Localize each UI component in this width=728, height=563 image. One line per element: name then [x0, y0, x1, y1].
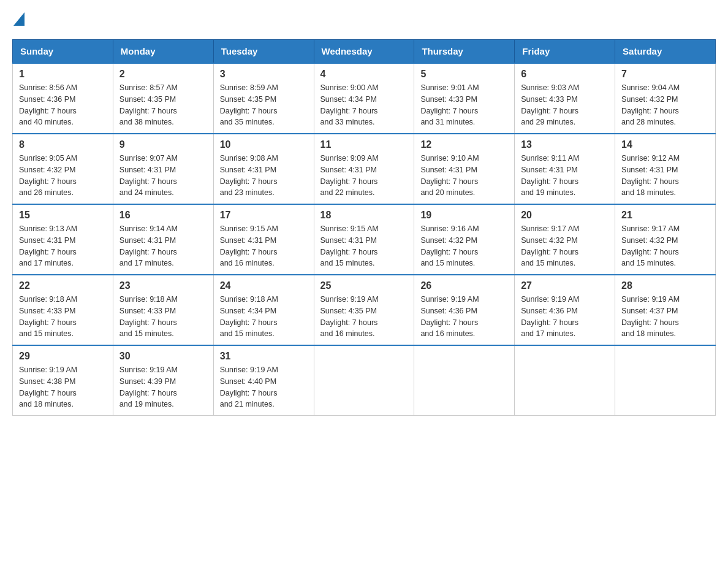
day-number: 8 [19, 139, 107, 150]
day-header-friday: Friday [515, 40, 615, 64]
day-info: Sunrise: 8:56 AM Sunset: 4:36 PM Dayligh… [19, 82, 107, 128]
calendar-day-cell: 11 Sunrise: 9:09 AM Sunset: 4:31 PM Dayl… [314, 134, 414, 204]
calendar-day-cell: 7 Sunrise: 9:04 AM Sunset: 4:32 PM Dayli… [615, 63, 716, 134]
calendar-week-row: 1 Sunrise: 8:56 AM Sunset: 4:36 PM Dayli… [13, 63, 716, 134]
day-number: 9 [119, 139, 207, 150]
calendar-day-cell: 13 Sunrise: 9:11 AM Sunset: 4:31 PM Dayl… [515, 134, 615, 204]
day-number: 23 [119, 280, 207, 291]
day-info: Sunrise: 9:05 AM Sunset: 4:32 PM Dayligh… [19, 153, 107, 199]
calendar-day-cell: 27 Sunrise: 9:19 AM Sunset: 4:36 PM Dayl… [515, 275, 615, 345]
day-info: Sunrise: 9:18 AM Sunset: 4:33 PM Dayligh… [119, 294, 207, 340]
calendar-day-cell: 20 Sunrise: 9:17 AM Sunset: 4:32 PM Dayl… [515, 204, 615, 275]
day-header-thursday: Thursday [414, 40, 515, 64]
day-info: Sunrise: 9:19 AM Sunset: 4:36 PM Dayligh… [420, 294, 508, 340]
day-info: Sunrise: 9:19 AM Sunset: 4:38 PM Dayligh… [19, 364, 107, 410]
day-number: 1 [19, 69, 107, 80]
day-number: 6 [521, 69, 609, 80]
calendar-week-row: 15 Sunrise: 9:13 AM Sunset: 4:31 PM Dayl… [13, 204, 716, 275]
calendar-day-cell [314, 345, 414, 416]
calendar-week-row: 22 Sunrise: 9:18 AM Sunset: 4:33 PM Dayl… [13, 275, 716, 345]
day-info: Sunrise: 9:13 AM Sunset: 4:31 PM Dayligh… [19, 223, 107, 269]
calendar-day-cell [414, 345, 515, 416]
day-number: 27 [521, 280, 609, 291]
calendar-week-row: 29 Sunrise: 9:19 AM Sunset: 4:38 PM Dayl… [13, 345, 716, 416]
day-number: 31 [220, 351, 308, 362]
day-info: Sunrise: 9:17 AM Sunset: 4:32 PM Dayligh… [621, 223, 709, 269]
day-info: Sunrise: 8:59 AM Sunset: 4:35 PM Dayligh… [220, 82, 308, 128]
day-number: 4 [320, 69, 408, 80]
calendar-day-cell: 17 Sunrise: 9:15 AM Sunset: 4:31 PM Dayl… [213, 204, 314, 275]
day-info: Sunrise: 9:08 AM Sunset: 4:31 PM Dayligh… [220, 153, 308, 199]
calendar-day-cell: 3 Sunrise: 8:59 AM Sunset: 4:35 PM Dayli… [213, 63, 314, 134]
calendar-day-cell: 21 Sunrise: 9:17 AM Sunset: 4:32 PM Dayl… [615, 204, 716, 275]
day-header-monday: Monday [113, 40, 213, 64]
calendar-day-cell: 14 Sunrise: 9:12 AM Sunset: 4:31 PM Dayl… [615, 134, 716, 204]
day-number: 24 [220, 280, 308, 291]
day-info: Sunrise: 9:15 AM Sunset: 4:31 PM Dayligh… [320, 223, 408, 269]
calendar-table: SundayMondayTuesdayWednesdayThursdayFrid… [12, 39, 716, 416]
day-info: Sunrise: 9:19 AM Sunset: 4:36 PM Dayligh… [521, 294, 609, 340]
calendar-day-cell: 9 Sunrise: 9:07 AM Sunset: 4:31 PM Dayli… [113, 134, 213, 204]
calendar-day-cell [615, 345, 716, 416]
day-header-sunday: Sunday [13, 40, 113, 64]
calendar-day-cell: 6 Sunrise: 9:03 AM Sunset: 4:33 PM Dayli… [515, 63, 615, 134]
day-info: Sunrise: 9:19 AM Sunset: 4:37 PM Dayligh… [621, 294, 709, 340]
day-number: 13 [521, 139, 609, 150]
calendar-day-cell: 16 Sunrise: 9:14 AM Sunset: 4:31 PM Dayl… [113, 204, 213, 275]
calendar-day-cell: 18 Sunrise: 9:15 AM Sunset: 4:31 PM Dayl… [314, 204, 414, 275]
day-number: 28 [621, 280, 709, 291]
calendar-day-cell: 28 Sunrise: 9:19 AM Sunset: 4:37 PM Dayl… [615, 275, 716, 345]
day-number: 30 [119, 351, 207, 362]
calendar-day-cell: 26 Sunrise: 9:19 AM Sunset: 4:36 PM Dayl… [414, 275, 515, 345]
day-info: Sunrise: 9:18 AM Sunset: 4:33 PM Dayligh… [19, 294, 107, 340]
day-info: Sunrise: 9:01 AM Sunset: 4:33 PM Dayligh… [420, 82, 508, 128]
day-info: Sunrise: 9:19 AM Sunset: 4:40 PM Dayligh… [220, 364, 308, 410]
day-info: Sunrise: 9:16 AM Sunset: 4:32 PM Dayligh… [420, 223, 508, 269]
calendar-day-cell: 23 Sunrise: 9:18 AM Sunset: 4:33 PM Dayl… [113, 275, 213, 345]
day-number: 14 [621, 139, 709, 150]
calendar-day-cell: 30 Sunrise: 9:19 AM Sunset: 4:39 PM Dayl… [113, 345, 213, 416]
day-number: 29 [19, 351, 107, 362]
calendar-day-cell: 5 Sunrise: 9:01 AM Sunset: 4:33 PM Dayli… [414, 63, 515, 134]
day-info: Sunrise: 9:00 AM Sunset: 4:34 PM Dayligh… [320, 82, 408, 128]
day-info: Sunrise: 9:03 AM Sunset: 4:33 PM Dayligh… [521, 82, 609, 128]
calendar-day-cell: 15 Sunrise: 9:13 AM Sunset: 4:31 PM Dayl… [13, 204, 113, 275]
day-info: Sunrise: 9:09 AM Sunset: 4:31 PM Dayligh… [320, 153, 408, 199]
day-info: Sunrise: 8:57 AM Sunset: 4:35 PM Dayligh… [119, 82, 207, 128]
calendar-header-row: SundayMondayTuesdayWednesdayThursdayFrid… [13, 40, 716, 64]
day-number: 18 [320, 210, 408, 221]
day-number: 20 [521, 210, 609, 221]
calendar-day-cell: 1 Sunrise: 8:56 AM Sunset: 4:36 PM Dayli… [13, 63, 113, 134]
day-info: Sunrise: 9:14 AM Sunset: 4:31 PM Dayligh… [119, 223, 207, 269]
day-header-saturday: Saturday [615, 40, 716, 64]
day-number: 21 [621, 210, 709, 221]
day-number: 12 [420, 139, 508, 150]
calendar-day-cell: 29 Sunrise: 9:19 AM Sunset: 4:38 PM Dayl… [13, 345, 113, 416]
day-info: Sunrise: 9:07 AM Sunset: 4:31 PM Dayligh… [119, 153, 207, 199]
calendar-day-cell: 25 Sunrise: 9:19 AM Sunset: 4:35 PM Dayl… [314, 275, 414, 345]
calendar-week-row: 8 Sunrise: 9:05 AM Sunset: 4:32 PM Dayli… [13, 134, 716, 204]
day-number: 2 [119, 69, 207, 80]
day-info: Sunrise: 9:10 AM Sunset: 4:31 PM Dayligh… [420, 153, 508, 199]
day-number: 17 [220, 210, 308, 221]
day-header-wednesday: Wednesday [314, 40, 414, 64]
day-info: Sunrise: 9:19 AM Sunset: 4:39 PM Dayligh… [119, 364, 207, 410]
svg-marker-0 [13, 12, 25, 26]
day-info: Sunrise: 9:19 AM Sunset: 4:35 PM Dayligh… [320, 294, 408, 340]
calendar-day-cell: 2 Sunrise: 8:57 AM Sunset: 4:35 PM Dayli… [113, 63, 213, 134]
day-info: Sunrise: 9:18 AM Sunset: 4:34 PM Dayligh… [220, 294, 308, 340]
day-number: 10 [220, 139, 308, 150]
calendar-day-cell: 4 Sunrise: 9:00 AM Sunset: 4:34 PM Dayli… [314, 63, 414, 134]
day-number: 22 [19, 280, 107, 291]
day-number: 3 [220, 69, 308, 80]
calendar-day-cell: 8 Sunrise: 9:05 AM Sunset: 4:32 PM Dayli… [13, 134, 113, 204]
day-info: Sunrise: 9:04 AM Sunset: 4:32 PM Dayligh… [621, 82, 709, 128]
day-number: 15 [19, 210, 107, 221]
calendar-day-cell: 10 Sunrise: 9:08 AM Sunset: 4:31 PM Dayl… [213, 134, 314, 204]
calendar-day-cell: 12 Sunrise: 9:10 AM Sunset: 4:31 PM Dayl… [414, 134, 515, 204]
page-header [12, 12, 716, 27]
day-info: Sunrise: 9:11 AM Sunset: 4:31 PM Dayligh… [521, 153, 609, 199]
day-number: 19 [420, 210, 508, 221]
day-number: 16 [119, 210, 207, 221]
day-header-tuesday: Tuesday [213, 40, 314, 64]
